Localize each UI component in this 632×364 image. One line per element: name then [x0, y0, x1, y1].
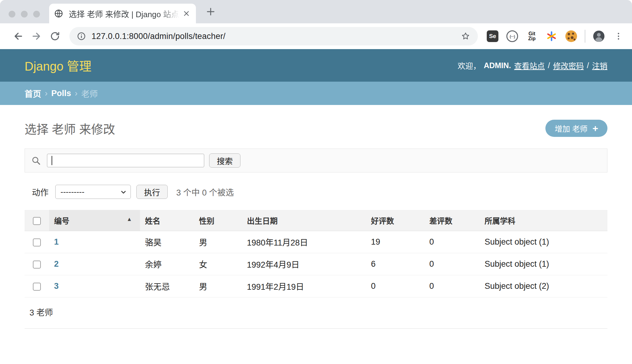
admin-header: Django 管理 欢迎， ADMIN. 查看站点 / 修改密码 / 注销	[0, 49, 632, 82]
browser-tab[interactable]: 选择 老师 来修改 | Django 站点管理	[49, 4, 196, 23]
browser-toolbar: 127.0.0.1:8000/admin/polls/teacher/ Se (…	[0, 23, 632, 49]
gender-cell: 女	[194, 253, 242, 275]
row-select-cell	[25, 275, 49, 297]
search-input[interactable]	[47, 154, 204, 167]
gitzip-extension-icon[interactable]: GitZip	[528, 31, 536, 41]
asterisk-extension-icon[interactable]	[545, 30, 558, 42]
separator: /	[548, 61, 550, 70]
likes-cell: 0	[366, 275, 424, 297]
changelist-content: 选择 老师 来修改 增加 老师 + 搜索 动作 ---------	[0, 120, 632, 329]
breadcrumb: 首页 › Polls › 老师	[0, 82, 632, 105]
tab-strip: 选择 老师 来修改 | Django 站点管理	[0, 0, 632, 23]
likes-cell: 6	[366, 253, 424, 275]
logout-link[interactable]: 注销	[592, 60, 607, 71]
column-header-subject[interactable]: 所属学科	[480, 210, 607, 231]
forward-icon[interactable]	[31, 30, 42, 42]
id-cell: 3	[49, 275, 140, 297]
subject-cell: Subject object (2)	[480, 275, 607, 297]
user-tools: 欢迎， ADMIN. 查看站点 / 修改密码 / 注销	[458, 60, 607, 71]
action-selected-value: ---------	[60, 187, 84, 197]
search-button[interactable]: 搜索	[209, 153, 240, 168]
row-id-link[interactable]: 3	[54, 281, 59, 291]
cookie-extension-icon[interactable]	[565, 30, 577, 42]
zoom-window-button[interactable]	[33, 11, 40, 17]
chevron-down-icon	[119, 188, 127, 196]
likes-cell: 19	[366, 231, 424, 253]
profile-avatar[interactable]	[593, 30, 605, 42]
column-header-likes[interactable]: 好评数	[366, 210, 424, 231]
close-window-button[interactable]	[9, 11, 15, 17]
site-name-link[interactable]: Django 管理	[25, 56, 92, 74]
row-checkbox[interactable]	[33, 238, 41, 246]
gitzip-top-label: Git	[529, 31, 535, 36]
search-bar: 搜索	[25, 149, 607, 172]
column-header-id[interactable]: 编号 ▲	[49, 210, 140, 231]
column-header-name[interactable]: 姓名	[140, 210, 194, 231]
new-tab-button[interactable]	[205, 6, 216, 17]
add-teacher-label: 增加 老师	[555, 123, 587, 134]
id-cell: 1	[49, 231, 140, 253]
tab-title: 选择 老师 来修改 | Django 站点管理	[69, 8, 179, 19]
username-label: ADMIN.	[484, 61, 511, 70]
site-info-icon[interactable]	[77, 32, 86, 41]
url-text[interactable]: 127.0.0.1:8000/admin/polls/teacher/	[92, 32, 456, 41]
close-tab-icon[interactable]	[182, 10, 190, 17]
extensions-area: Se (···) GitZip	[486, 23, 625, 49]
dislikes-cell: 0	[424, 231, 480, 253]
browser-window: 选择 老师 来修改 | Django 站点管理 127.0.0.1:8000/a…	[0, 0, 632, 364]
dislikes-cell: 0	[424, 275, 480, 297]
breadcrumb-separator: ›	[75, 89, 78, 98]
breadcrumb-home-link[interactable]: 首页	[25, 87, 41, 99]
select-all-checkbox[interactable]	[33, 217, 41, 225]
subject-cell: Subject object (1)	[480, 253, 607, 275]
bookmark-star-icon[interactable]	[461, 31, 470, 41]
dots-circle-extension-icon[interactable]: (···)	[506, 30, 518, 42]
column-header-dislikes[interactable]: 差评数	[424, 210, 480, 231]
row-id-link[interactable]: 2	[54, 259, 59, 269]
globe-favicon-icon	[54, 9, 63, 18]
selection-counter: 3 个中 0 个被选	[176, 186, 234, 198]
select-all-header	[25, 210, 49, 231]
gitzip-bottom-label: Zip	[528, 36, 536, 41]
reload-icon[interactable]	[49, 30, 61, 42]
column-header-gender[interactable]: 性别	[194, 210, 242, 231]
breadcrumb-current: 老师	[81, 87, 98, 99]
browser-menu-icon[interactable]	[612, 30, 625, 42]
result-count: 3 老师	[25, 297, 607, 328]
results-module: 编号 ▲ 姓名 性别 出生日期 好评数 差评数 所属学科 1	[25, 210, 607, 329]
breadcrumb-separator: ›	[45, 89, 48, 98]
name-cell: 张无忌	[140, 275, 194, 297]
birthday-cell: 1980年11月28日	[242, 231, 366, 253]
birthday-cell: 1992年4月9日	[242, 253, 366, 275]
minimize-window-button[interactable]	[21, 11, 28, 17]
row-select-cell	[25, 231, 49, 253]
row-select-cell	[25, 253, 49, 275]
subject-cell: Subject object (1)	[480, 231, 607, 253]
back-icon[interactable]	[12, 30, 24, 42]
actions-label: 动作	[32, 186, 49, 198]
address-bar[interactable]: 127.0.0.1:8000/admin/polls/teacher/	[69, 27, 478, 45]
id-cell: 2	[49, 253, 140, 275]
separator: /	[587, 61, 589, 70]
row-checkbox[interactable]	[33, 261, 41, 269]
gender-cell: 男	[194, 275, 242, 297]
column-header-id-label: 编号	[54, 217, 69, 225]
row-checkbox[interactable]	[33, 283, 41, 291]
selenium-extension-icon[interactable]: Se	[487, 30, 498, 42]
breadcrumb-app-link[interactable]: Polls	[51, 89, 71, 98]
view-site-link[interactable]: 查看站点	[514, 60, 545, 71]
row-id-link[interactable]: 1	[54, 237, 59, 246]
action-select[interactable]: ---------	[55, 185, 131, 199]
go-button[interactable]: 执行	[136, 185, 168, 199]
column-header-birthday[interactable]: 出生日期	[242, 210, 366, 231]
table-row: 3 张无忌 男 1991年2月19日 0 0 Subject object (2…	[25, 275, 607, 297]
birthday-cell: 1991年2月19日	[242, 275, 366, 297]
welcome-label: 欢迎，	[458, 60, 481, 71]
toolbar-divider	[585, 30, 585, 43]
sort-ascending-icon[interactable]: ▲	[127, 216, 132, 223]
dislikes-cell: 0	[424, 253, 480, 275]
table-row: 1 骆昊 男 1980年11月28日 19 0 Subject object (…	[25, 231, 607, 253]
gender-cell: 男	[194, 231, 242, 253]
add-teacher-button[interactable]: 增加 老师 +	[545, 120, 607, 137]
change-password-link[interactable]: 修改密码	[553, 60, 584, 71]
